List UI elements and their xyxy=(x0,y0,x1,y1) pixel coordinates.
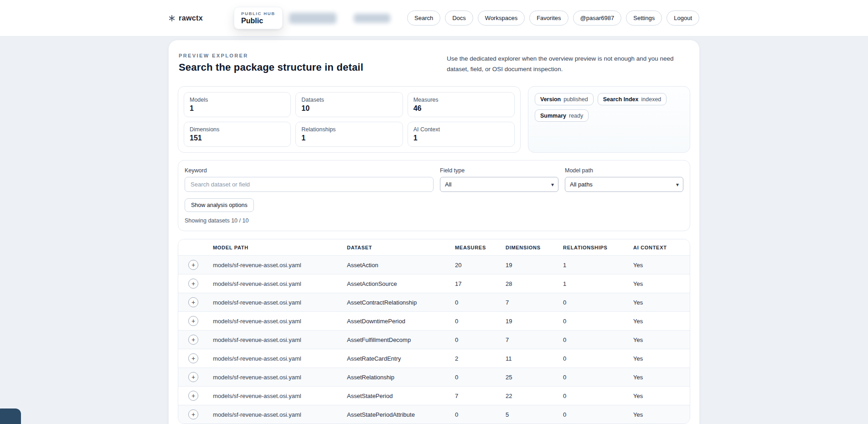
cell-model-path: models/sf-revenue-asset.osi.yaml xyxy=(213,256,347,274)
cell-measures: 20 xyxy=(455,256,506,274)
expand-column-header xyxy=(178,239,213,256)
cell-dataset: AssetRateCardEntry xyxy=(347,349,455,368)
nav-docs-button[interactable]: Docs xyxy=(445,10,473,26)
status-badge-label: Summary xyxy=(540,113,566,119)
status-badge-label: Version xyxy=(540,96,561,103)
nav-settings-button[interactable]: Settings xyxy=(626,10,662,26)
expand-row-button[interactable]: + xyxy=(188,372,198,382)
plus-icon: + xyxy=(191,393,195,399)
cell-dimensions: 22 xyxy=(506,387,563,405)
expand-row-button[interactable]: + xyxy=(188,297,198,307)
plus-icon: + xyxy=(191,299,195,305)
stat-value: 1 xyxy=(413,134,509,142)
table-header-row: MODEL PATH DATASET MEASURES DIMENSIONS R… xyxy=(178,239,690,256)
cell-model-path: models/sf-revenue-asset.osi.yaml xyxy=(213,405,347,424)
top-navbar: rawctx PUBLIC HUB Public Search Docs Wor… xyxy=(0,0,868,36)
cell-relationships: 0 xyxy=(563,368,633,387)
show-analysis-options-button[interactable]: Show analysis options xyxy=(185,198,254,212)
cell-relationships: 0 xyxy=(563,312,633,331)
filter-section: Keyword Field type All ▾ Model path All … xyxy=(178,160,690,231)
stat-label: Dimensions xyxy=(190,126,285,133)
cell-relationships: 0 xyxy=(563,331,633,349)
field-type-select[interactable]: All xyxy=(440,177,558,192)
section-eyebrow: PREVIEW EXPLORER xyxy=(179,53,363,58)
hub-eyebrow: PUBLIC HUB xyxy=(241,11,275,16)
cell-measures: 17 xyxy=(455,274,506,293)
column-header: DIMENSIONS xyxy=(506,239,563,256)
status-badge: Version published xyxy=(535,93,594,105)
cell-dimensions: 11 xyxy=(506,349,563,368)
cell-measures: 0 xyxy=(455,368,506,387)
expand-row-button[interactable]: + xyxy=(188,316,198,326)
status-badge: Summary ready xyxy=(535,109,589,122)
table-row: + models/sf-revenue-asset.osi.yaml Asset… xyxy=(178,293,690,312)
cell-relationships: 0 xyxy=(563,387,633,405)
plus-icon: + xyxy=(191,336,195,343)
stat-card: Measures 46 xyxy=(408,92,515,117)
cell-measures: 0 xyxy=(455,293,506,312)
cell-dataset: AssetAction xyxy=(347,256,455,274)
stat-label: Measures xyxy=(413,97,509,103)
nav-favorites-button[interactable]: Favorites xyxy=(529,10,568,26)
hub-title: Public xyxy=(241,17,275,25)
public-hub-card[interactable]: PUBLIC HUB Public xyxy=(234,7,283,29)
keyword-label: Keyword xyxy=(185,167,434,174)
logo-text: rawctx xyxy=(179,14,203,22)
model-path-select[interactable]: All paths xyxy=(565,177,683,192)
cell-dataset: AssetDowntimePeriod xyxy=(347,312,455,331)
nav-logout-button[interactable]: Logout xyxy=(666,10,699,26)
cell-measures: 0 xyxy=(455,331,506,349)
preview-explorer-panel: PREVIEW EXPLORER Search the package stru… xyxy=(169,40,699,424)
keyword-search-input[interactable] xyxy=(185,177,434,192)
cell-model-path: models/sf-revenue-asset.osi.yaml xyxy=(213,368,347,387)
column-header: MODEL PATH xyxy=(213,239,347,256)
cell-ai-context: Yes xyxy=(633,256,690,274)
field-type-label: Field type xyxy=(440,167,558,174)
cell-dataset: AssetStatePeriodAttribute xyxy=(347,405,455,424)
cell-model-path: models/sf-revenue-asset.osi.yaml xyxy=(213,331,347,349)
column-header: AI CONTEXT xyxy=(633,239,690,256)
stat-value: 151 xyxy=(190,134,285,142)
cell-measures: 2 xyxy=(455,349,506,368)
showing-datasets-text: Showing datasets 10 / 10 xyxy=(185,217,683,224)
cell-ai-context: Yes xyxy=(633,387,690,405)
cell-dimensions: 5 xyxy=(506,405,563,424)
expand-row-button[interactable]: + xyxy=(188,391,198,401)
cell-dimensions: 7 xyxy=(506,331,563,349)
model-path-label: Model path xyxy=(565,167,683,174)
section-description: Use the dedicated explorer when the over… xyxy=(447,54,689,74)
plus-icon: + xyxy=(191,262,195,268)
cell-measures: 7 xyxy=(455,387,506,405)
status-badge: Search Index indexed xyxy=(598,93,667,105)
expand-row-button[interactable]: + xyxy=(188,335,198,345)
nav-account-button[interactable]: @pasar6987 xyxy=(573,10,622,26)
expand-row-button[interactable]: + xyxy=(188,279,198,289)
table-row: + models/sf-revenue-asset.osi.yaml Asset… xyxy=(178,331,690,349)
stat-label: Relationships xyxy=(301,126,397,133)
plus-icon: + xyxy=(191,280,195,287)
cell-relationships: 1 xyxy=(563,274,633,293)
expand-row-button[interactable]: + xyxy=(188,260,198,270)
status-badges-box: Version published Search Index indexed S… xyxy=(528,86,690,153)
table-row: + models/sf-revenue-asset.osi.yaml Asset… xyxy=(178,312,690,331)
expand-row-button[interactable]: + xyxy=(188,409,198,419)
column-header: RELATIONSHIPS xyxy=(563,239,633,256)
cell-ai-context: Yes xyxy=(633,331,690,349)
nav-search-button[interactable]: Search xyxy=(407,10,440,26)
logo: rawctx xyxy=(169,14,203,22)
cell-ai-context: Yes xyxy=(633,368,690,387)
status-badge-value: indexed xyxy=(641,96,661,103)
cell-ai-context: Yes xyxy=(633,293,690,312)
expand-row-button[interactable]: + xyxy=(188,353,198,363)
cell-relationships: 0 xyxy=(563,349,633,368)
cell-ai-context: Yes xyxy=(633,405,690,424)
table-row: + models/sf-revenue-asset.osi.yaml Asset… xyxy=(178,405,690,424)
cell-dataset: AssetActionSource xyxy=(347,274,455,293)
plus-icon: + xyxy=(191,411,195,418)
corner-widget-button[interactable] xyxy=(0,408,21,424)
cell-ai-context: Yes xyxy=(633,312,690,331)
nav-workspaces-button[interactable]: Workspaces xyxy=(478,10,525,26)
page-title: Search the package structure in detail xyxy=(179,62,363,73)
nav-actions: Search Docs Workspaces Favorites @pasar6… xyxy=(407,10,699,26)
cell-dataset: AssetStatePeriod xyxy=(347,387,455,405)
